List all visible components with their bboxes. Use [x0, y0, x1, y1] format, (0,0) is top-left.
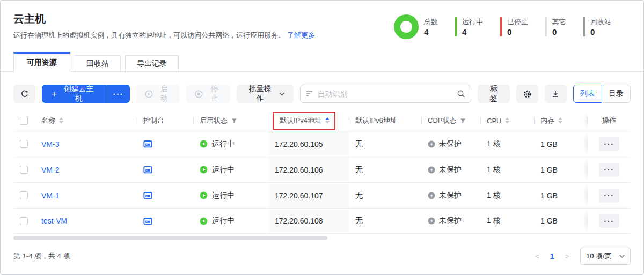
prev-page-button[interactable]: < [535, 252, 539, 261]
search-icon[interactable] [457, 90, 465, 98]
tab-export-records[interactable]: 导出记录 [125, 55, 179, 71]
table-row: VM-1 运行中 172.20.60.107 无 [13, 182, 631, 208]
cdp-unprotected-icon [428, 192, 435, 199]
batch-actions-label: 批量操作 [245, 84, 275, 103]
chevron-down-icon [619, 255, 625, 258]
cpu-value: 1 核 [487, 216, 501, 226]
stop-button[interactable]: 停止 [186, 85, 230, 103]
cdp-unprotected-icon [428, 217, 435, 225]
cdp-status-text: 未保护 [439, 216, 462, 226]
column-label: 默认IPv4地址 [280, 116, 321, 125]
search-input[interactable] [318, 90, 453, 98]
stat-value: 0 [552, 27, 566, 36]
vm-name-link[interactable]: VM-1 [41, 191, 59, 200]
cdp-status-text: 未保护 [439, 139, 462, 149]
row-actions-button[interactable]: ··· [599, 214, 619, 228]
stat-value: 0 [590, 27, 611, 36]
view-switcher: 列表 目录 [573, 85, 631, 103]
table-header-row: 名称 控制台 启用状态 默认IPv4地址 [13, 110, 631, 131]
cpu-value: 1 核 [487, 139, 501, 149]
play-circle-icon [145, 90, 153, 98]
console-icon[interactable] [143, 191, 152, 200]
create-vm-button[interactable]: + 创建云主机 [42, 85, 107, 103]
vm-name-link[interactable]: VM-3 [41, 140, 59, 148]
settings-button[interactable] [516, 85, 538, 103]
filter-icon[interactable] [231, 118, 237, 124]
stat-running: 运行中 4 [455, 17, 483, 36]
status-text: 运行中 [212, 139, 235, 149]
console-icon[interactable] [143, 165, 152, 174]
select-all-checkbox[interactable] [20, 117, 28, 125]
cdp-unprotected-icon [428, 140, 435, 148]
status-text: 运行中 [212, 191, 235, 200]
stat-total: 总数 4 [394, 14, 438, 39]
download-icon [551, 90, 560, 98]
column-header-name[interactable]: 名称 [35, 110, 137, 131]
toolbar: + 创建云主机 ··· 启动 停止 [13, 85, 631, 103]
column-header-status: 启用状态 [193, 110, 268, 131]
console-icon[interactable] [143, 217, 152, 226]
ipv4-address: 172.20.60.105 [275, 140, 323, 148]
status-text: 运行中 [212, 216, 235, 226]
create-vm-label: 创建云主机 [61, 84, 97, 103]
filter-icon[interactable] [460, 118, 466, 124]
console-icon[interactable] [143, 139, 152, 148]
items-summary: 第 1-4 项，共 4 项 [13, 251, 70, 261]
column-label: 名称 [41, 116, 55, 125]
column-label: CPU [487, 117, 501, 125]
column-label: 控制台 [143, 116, 164, 125]
row-actions-button[interactable]: ··· [599, 189, 619, 203]
cpu-value: 1 核 [487, 191, 501, 200]
tab-available-resources[interactable]: 可用资源 [13, 52, 70, 72]
row-actions-button[interactable]: ··· [599, 137, 619, 151]
ellipsis-icon: ··· [604, 166, 614, 174]
batch-actions-button[interactable]: 批量操作 [237, 85, 293, 103]
sort-icon[interactable] [59, 117, 63, 124]
row-checkbox[interactable] [20, 217, 28, 225]
vm-name-link[interactable]: VM-2 [41, 166, 59, 174]
tag-button[interactable]: 标签 [478, 85, 509, 103]
stop-label: 停止 [207, 84, 222, 103]
ipv6-address: 无 [355, 191, 363, 200]
column-header-cpu[interactable]: CPU [480, 110, 534, 131]
start-button[interactable]: 启动 [136, 85, 180, 103]
row-checkbox[interactable] [20, 140, 28, 148]
plus-icon: + [52, 90, 57, 99]
next-page-button[interactable]: > [565, 252, 569, 261]
cdp-status-text: 未保护 [439, 191, 462, 200]
sort-icon-active-asc[interactable] [325, 117, 330, 124]
running-status-icon [200, 140, 208, 148]
memory-value: 1 GB [540, 191, 558, 200]
page-size-select[interactable]: 10 项/页 [580, 248, 631, 265]
current-page[interactable]: 1 [550, 252, 554, 261]
vm-name-link[interactable]: test-VM [41, 217, 67, 225]
tab-recycle-bin[interactable]: 回收站 [75, 55, 121, 71]
ipv6-address: 无 [355, 216, 363, 226]
cloud-host-page: 云主机 运行在物理机上的虚拟机实例，具有独立的IP地址，可以访问公共网络，运行应… [0, 0, 644, 275]
row-checkbox[interactable] [20, 191, 28, 199]
sort-icon[interactable] [558, 117, 562, 124]
stat-value: 0 [507, 27, 528, 36]
stat-stopped: 已停止 0 [500, 17, 528, 36]
column-label: 默认IPv6地址 [355, 116, 397, 125]
create-more-button[interactable]: ··· [107, 85, 130, 103]
table-row: test-VM 运行中 172.20.60.108 无 [13, 208, 631, 234]
row-actions-button[interactable]: ··· [599, 163, 619, 177]
ipv6-address: 无 [355, 139, 363, 149]
scrollbar-thumb[interactable] [13, 236, 327, 240]
stat-value: 4 [424, 27, 438, 36]
list-view-button[interactable]: 列表 [573, 85, 602, 103]
annotation-red-box: 默认IPv4地址 [273, 112, 335, 130]
sort-icon[interactable] [505, 117, 509, 124]
learn-more-link[interactable]: 了解更多 [287, 31, 315, 39]
row-checkbox[interactable] [20, 166, 28, 174]
stat-other: 其它 0 [545, 17, 566, 36]
pagination: < 1 > 10 项/页 [535, 248, 631, 265]
export-button[interactable] [545, 85, 567, 103]
refresh-button[interactable] [13, 85, 35, 103]
ellipsis-icon: ··· [604, 191, 614, 199]
memory-value: 1 GB [540, 217, 558, 225]
recycle-indicator-bar [583, 17, 585, 36]
column-header-memory[interactable]: 内存 [534, 110, 588, 131]
catalog-view-button[interactable]: 目录 [602, 85, 631, 103]
